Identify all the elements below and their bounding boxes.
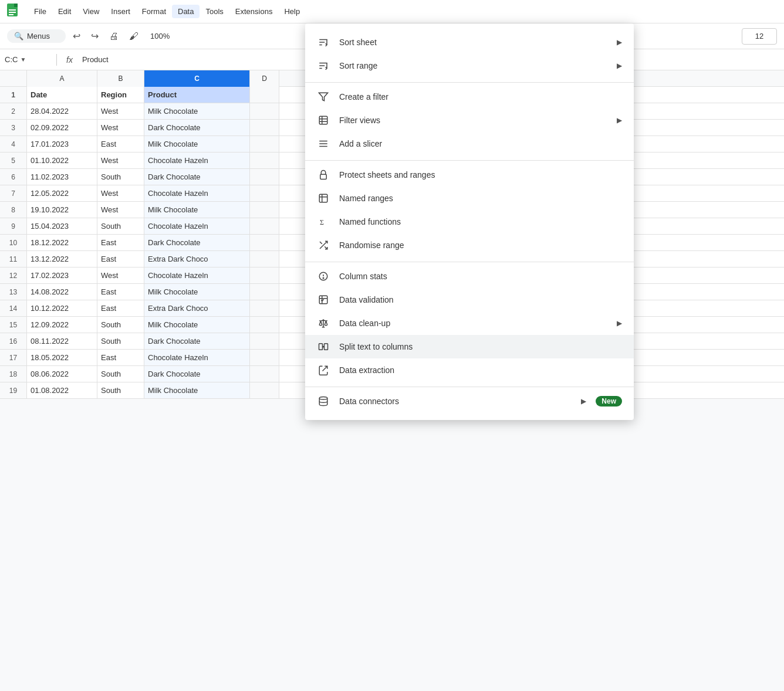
cell-c[interactable]: Chocolate Hazeln (144, 350, 250, 365)
cell-a[interactable]: 11.02.2023 (27, 169, 97, 185)
cell-c[interactable]: Milk Chocolate (144, 317, 250, 333)
cell-b[interactable]: West (97, 103, 144, 119)
cell-c[interactable]: Dark Chocolate (144, 120, 250, 136)
cell-d[interactable] (250, 300, 279, 316)
cell-c[interactable]: Milk Chocolate (144, 382, 250, 398)
cell-a[interactable]: 10.12.2022 (27, 300, 97, 316)
menu-item-named-ranges[interactable]: Named ranges (305, 187, 634, 210)
cell-d[interactable] (250, 251, 279, 267)
cell-c[interactable]: Milk Chocolate (144, 202, 250, 218)
cell-d[interactable] (250, 218, 279, 234)
col-header-C[interactable]: C (144, 70, 250, 87)
cell-d[interactable] (250, 103, 279, 119)
cell-b[interactable]: South (97, 366, 144, 382)
cell-d[interactable] (250, 185, 279, 201)
cell-b[interactable]: South (97, 333, 144, 349)
cell-b[interactable]: West (97, 267, 144, 283)
search-menus[interactable]: 🔍 Menus (7, 29, 66, 43)
cell-d[interactable] (250, 202, 279, 218)
menu-item-column-stats[interactable]: Column stats (305, 265, 634, 288)
cell-b[interactable]: South (97, 382, 144, 398)
cell-a[interactable]: 12.09.2022 (27, 317, 97, 333)
cell-a[interactable]: 17.01.2023 (27, 136, 97, 152)
cell-c[interactable]: Dark Chocolate (144, 235, 250, 250)
cell-a[interactable]: Date (27, 87, 97, 103)
cell-b[interactable]: South (97, 218, 144, 234)
cell-b[interactable]: West (97, 153, 144, 168)
menu-data[interactable]: Data (172, 5, 200, 18)
menu-file[interactable]: File (28, 5, 52, 18)
cell-b[interactable]: East (97, 235, 144, 250)
cell-ref-dropdown-icon[interactable]: ▼ (20, 56, 26, 63)
menu-help[interactable]: Help (278, 5, 306, 18)
cell-c[interactable]: Product (144, 87, 250, 103)
menu-edit[interactable]: Edit (52, 5, 77, 18)
cell-a[interactable]: 01.08.2022 (27, 382, 97, 398)
cell-reference-box[interactable]: C:C ▼ (5, 55, 52, 64)
cell-b[interactable]: East (97, 251, 144, 267)
col-header-A[interactable]: A (27, 70, 97, 87)
cell-b[interactable]: West (97, 202, 144, 218)
redo-button[interactable]: ↪ (87, 28, 102, 44)
cell-b[interactable]: South (97, 169, 144, 185)
cell-d[interactable] (250, 120, 279, 136)
menu-item-data-extraction[interactable]: Data extraction (305, 358, 634, 382)
cell-a[interactable]: 19.10.2022 (27, 202, 97, 218)
menu-item-data-connectors[interactable]: Data connectors ▶New (305, 389, 634, 413)
cell-b[interactable]: East (97, 284, 144, 300)
cell-d[interactable] (250, 235, 279, 250)
cell-d[interactable] (250, 267, 279, 283)
cell-b[interactable]: East (97, 300, 144, 316)
cell-b[interactable]: South (97, 317, 144, 333)
cell-a[interactable]: 13.12.2022 (27, 251, 97, 267)
cell-c[interactable]: Extra Dark Choco (144, 251, 250, 267)
zoom-level[interactable]: 100% (146, 31, 174, 42)
menu-item-data-validation[interactable]: Data validation (305, 288, 634, 311)
cell-a[interactable]: 28.04.2022 (27, 103, 97, 119)
menu-item-filter-views[interactable]: Filter views ▶ (305, 109, 634, 132)
cell-c[interactable]: Chocolate Hazeln (144, 185, 250, 201)
cell-d[interactable] (250, 333, 279, 349)
cell-a[interactable]: 18.12.2022 (27, 235, 97, 250)
cell-d[interactable] (250, 153, 279, 168)
cell-d[interactable] (250, 382, 279, 398)
cell-a[interactable]: 14.08.2022 (27, 284, 97, 300)
cell-b[interactable]: East (97, 350, 144, 365)
menu-item-randomise-range[interactable]: Randomise range (305, 233, 634, 257)
menu-tools[interactable]: Tools (200, 5, 229, 18)
cell-c[interactable]: Chocolate Hazeln (144, 218, 250, 234)
col-header-B[interactable]: B (97, 70, 144, 87)
cell-a[interactable]: 15.04.2023 (27, 218, 97, 234)
cell-d[interactable] (250, 87, 279, 103)
cell-c[interactable]: Dark Chocolate (144, 366, 250, 382)
cell-c[interactable]: Extra Dark Choco (144, 300, 250, 316)
cell-d[interactable] (250, 169, 279, 185)
menu-item-sort-range[interactable]: Sort range ▶ (305, 54, 634, 77)
menu-item-sort-sheet[interactable]: Sort sheet ▶ (305, 31, 634, 54)
cell-d[interactable] (250, 317, 279, 333)
cell-c[interactable]: Milk Chocolate (144, 284, 250, 300)
cell-a[interactable]: 02.09.2022 (27, 120, 97, 136)
cell-a[interactable]: 08.06.2022 (27, 366, 97, 382)
cell-d[interactable] (250, 350, 279, 365)
cell-d[interactable] (250, 136, 279, 152)
menu-view[interactable]: View (77, 5, 105, 18)
menu-item-protect-sheets[interactable]: Protect sheets and ranges (305, 163, 634, 187)
menu-format[interactable]: Format (136, 5, 172, 18)
cell-c[interactable]: Chocolate Hazeln (144, 267, 250, 283)
cell-c[interactable]: Milk Chocolate (144, 103, 250, 119)
cell-c[interactable]: Dark Chocolate (144, 169, 250, 185)
menu-item-split-text[interactable]: Split text to columns (305, 335, 634, 358)
cell-b[interactable]: West (97, 120, 144, 136)
cell-a[interactable]: 01.10.2022 (27, 153, 97, 168)
print-button[interactable]: 🖨 (106, 29, 122, 44)
cell-a[interactable]: 12.05.2022 (27, 185, 97, 201)
cell-d[interactable] (250, 366, 279, 382)
cell-a[interactable]: 17.02.2023 (27, 267, 97, 283)
cell-c[interactable]: Chocolate Hazeln (144, 153, 250, 168)
data-dropdown-menu[interactable]: Sort sheet ▶ Sort range ▶ Create a filte… (305, 23, 634, 420)
cell-c[interactable]: Milk Chocolate (144, 136, 250, 152)
undo-button[interactable]: ↩ (69, 28, 84, 44)
menu-item-named-functions[interactable]: Σ Named functions (305, 210, 634, 233)
menu-insert[interactable]: Insert (105, 5, 136, 18)
